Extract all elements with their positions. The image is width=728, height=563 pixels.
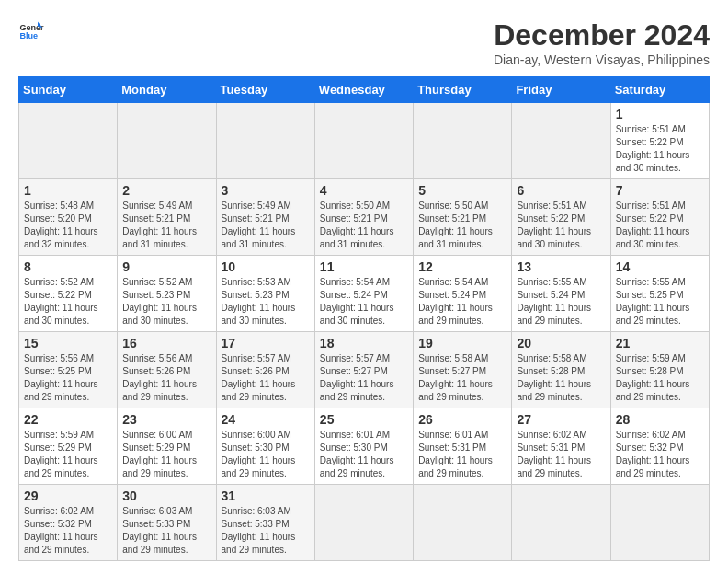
calendar-cell: 30 Sunrise: 6:03 AM Sunset: 5:33 PM Dayl…	[118, 485, 216, 561]
calendar-cell: 12 Sunrise: 5:54 AM Sunset: 5:24 PM Dayl…	[414, 256, 512, 332]
calendar-cell: 11 Sunrise: 5:54 AM Sunset: 5:24 PM Dayl…	[314, 256, 413, 332]
calendar-cell: 4 Sunrise: 5:50 AM Sunset: 5:21 PM Dayli…	[314, 179, 413, 256]
day-info: Sunrise: 6:01 AM Sunset: 5:31 PM Dayligh…	[418, 429, 506, 480]
page-title: December 2024	[494, 18, 710, 52]
day-info: Sunrise: 6:00 AM Sunset: 5:30 PM Dayligh…	[222, 429, 310, 480]
title-area: December 2024 Dian-ay, Western Visayas, …	[494, 18, 710, 67]
header-row: SundayMondayTuesdayWednesdayThursdayFrid…	[19, 77, 710, 103]
calendar-week-3: 8 Sunrise: 5:52 AM Sunset: 5:22 PM Dayli…	[19, 256, 710, 332]
svg-text:General: General	[19, 23, 44, 32]
day-info: Sunrise: 5:58 AM Sunset: 5:27 PM Dayligh…	[418, 352, 506, 404]
day-info: Sunrise: 6:01 AM Sunset: 5:30 PM Dayligh…	[320, 429, 408, 480]
header-day-monday: Monday	[118, 77, 216, 103]
logo: General Blue	[18, 18, 44, 44]
calendar-cell: 8 Sunrise: 5:52 AM Sunset: 5:22 PM Dayli…	[19, 256, 118, 332]
calendar-week-1: 1 Sunrise: 5:51 AM Sunset: 5:22 PM Dayli…	[19, 103, 710, 179]
day-info: Sunrise: 6:02 AM Sunset: 5:31 PM Dayligh…	[517, 429, 605, 480]
calendar-week-2: 1 Sunrise: 5:48 AM Sunset: 5:20 PM Dayli…	[19, 179, 710, 256]
calendar-cell: 7 Sunrise: 5:51 AM Sunset: 5:22 PM Dayli…	[610, 179, 709, 256]
day-info: Sunrise: 5:57 AM Sunset: 5:26 PM Dayligh…	[222, 352, 310, 404]
calendar-cell	[610, 485, 709, 561]
day-info: Sunrise: 5:53 AM Sunset: 5:23 PM Dayligh…	[222, 276, 310, 327]
calendar-cell: 5 Sunrise: 5:50 AM Sunset: 5:21 PM Dayli…	[414, 179, 512, 256]
calendar-cell: 14 Sunrise: 5:55 AM Sunset: 5:25 PM Dayl…	[610, 256, 709, 332]
day-info: Sunrise: 6:02 AM Sunset: 5:32 PM Dayligh…	[24, 505, 112, 557]
calendar-week-6: 29 Sunrise: 6:02 AM Sunset: 5:32 PM Dayl…	[19, 485, 710, 561]
day-info: Sunrise: 5:58 AM Sunset: 5:28 PM Dayligh…	[517, 352, 605, 404]
calendar-cell: 26 Sunrise: 6:01 AM Sunset: 5:31 PM Dayl…	[414, 408, 512, 485]
calendar-cell: 1 Sunrise: 5:51 AM Sunset: 5:22 PM Dayli…	[610, 103, 709, 179]
day-info: Sunrise: 6:03 AM Sunset: 5:33 PM Dayligh…	[122, 505, 210, 557]
day-number: 8	[24, 259, 112, 274]
calendar-week-5: 22 Sunrise: 5:59 AM Sunset: 5:29 PM Dayl…	[19, 408, 710, 485]
calendar-cell	[314, 485, 413, 561]
day-info: Sunrise: 5:52 AM Sunset: 5:23 PM Dayligh…	[122, 276, 210, 327]
day-number: 25	[320, 412, 408, 427]
day-info: Sunrise: 5:51 AM Sunset: 5:22 PM Dayligh…	[616, 123, 704, 175]
day-number: 19	[418, 336, 506, 350]
day-number: 13	[517, 259, 605, 274]
day-number: 7	[616, 183, 704, 198]
day-number: 15	[24, 336, 112, 350]
header-day-tuesday: Tuesday	[216, 77, 314, 103]
day-info: Sunrise: 5:55 AM Sunset: 5:25 PM Dayligh…	[616, 276, 704, 327]
page-subtitle: Dian-ay, Western Visayas, Philippines	[494, 52, 710, 67]
calendar-cell: 27 Sunrise: 6:02 AM Sunset: 5:31 PM Dayl…	[512, 408, 610, 485]
calendar-cell	[414, 485, 512, 561]
day-number: 14	[616, 259, 704, 274]
page-header: General Blue December 2024 Dian-ay, West…	[18, 18, 710, 67]
calendar-cell: 13 Sunrise: 5:55 AM Sunset: 5:24 PM Dayl…	[512, 256, 610, 332]
calendar-cell: 20 Sunrise: 5:58 AM Sunset: 5:28 PM Dayl…	[512, 332, 610, 408]
header-day-sunday: Sunday	[19, 77, 118, 103]
day-info: Sunrise: 5:57 AM Sunset: 5:27 PM Dayligh…	[320, 352, 408, 404]
day-number: 11	[320, 259, 408, 274]
day-info: Sunrise: 5:49 AM Sunset: 5:21 PM Dayligh…	[222, 200, 310, 251]
calendar-cell: 9 Sunrise: 5:52 AM Sunset: 5:23 PM Dayli…	[118, 256, 216, 332]
day-number: 29	[24, 488, 112, 503]
day-info: Sunrise: 5:55 AM Sunset: 5:24 PM Dayligh…	[517, 276, 605, 327]
calendar-week-4: 15 Sunrise: 5:56 AM Sunset: 5:25 PM Dayl…	[19, 332, 710, 408]
day-number: 21	[616, 336, 704, 350]
day-number: 3	[222, 183, 310, 198]
day-number: 23	[122, 412, 210, 427]
day-number: 1	[616, 107, 704, 121]
calendar-cell: 25 Sunrise: 6:01 AM Sunset: 5:30 PM Dayl…	[314, 408, 413, 485]
day-info: Sunrise: 5:50 AM Sunset: 5:21 PM Dayligh…	[320, 200, 408, 251]
day-info: Sunrise: 5:54 AM Sunset: 5:24 PM Dayligh…	[320, 276, 408, 327]
day-info: Sunrise: 6:00 AM Sunset: 5:29 PM Dayligh…	[122, 429, 210, 480]
calendar-table: SundayMondayTuesdayWednesdayThursdayFrid…	[18, 76, 710, 561]
header-day-thursday: Thursday	[414, 77, 512, 103]
day-info: Sunrise: 5:50 AM Sunset: 5:21 PM Dayligh…	[418, 200, 506, 251]
day-info: Sunrise: 5:49 AM Sunset: 5:21 PM Dayligh…	[122, 200, 210, 251]
day-number: 4	[320, 183, 408, 198]
svg-text:Blue: Blue	[19, 31, 38, 40]
calendar-cell: 15 Sunrise: 5:56 AM Sunset: 5:25 PM Dayl…	[19, 332, 118, 408]
day-number: 17	[222, 336, 310, 350]
calendar-cell: 10 Sunrise: 5:53 AM Sunset: 5:23 PM Dayl…	[216, 256, 314, 332]
day-number: 24	[222, 412, 310, 427]
calendar-cell: 6 Sunrise: 5:51 AM Sunset: 5:22 PM Dayli…	[512, 179, 610, 256]
day-info: Sunrise: 5:59 AM Sunset: 5:28 PM Dayligh…	[616, 352, 704, 404]
calendar-cell: 16 Sunrise: 5:56 AM Sunset: 5:26 PM Dayl…	[118, 332, 216, 408]
header-day-wednesday: Wednesday	[314, 77, 413, 103]
calendar-cell: 24 Sunrise: 6:00 AM Sunset: 5:30 PM Dayl…	[216, 408, 314, 485]
calendar-cell: 19 Sunrise: 5:58 AM Sunset: 5:27 PM Dayl…	[414, 332, 512, 408]
header-day-friday: Friday	[512, 77, 610, 103]
calendar-cell: 21 Sunrise: 5:59 AM Sunset: 5:28 PM Dayl…	[610, 332, 709, 408]
day-info: Sunrise: 6:02 AM Sunset: 5:32 PM Dayligh…	[616, 429, 704, 480]
calendar-cell	[414, 103, 512, 179]
day-number: 6	[517, 183, 605, 198]
day-info: Sunrise: 5:59 AM Sunset: 5:29 PM Dayligh…	[24, 429, 112, 480]
day-number: 22	[24, 412, 112, 427]
calendar-cell	[314, 103, 413, 179]
calendar-cell: 3 Sunrise: 5:49 AM Sunset: 5:21 PM Dayli…	[216, 179, 314, 256]
day-number: 12	[418, 259, 506, 274]
calendar-cell	[512, 103, 610, 179]
day-number: 30	[122, 488, 210, 503]
calendar-cell	[19, 103, 118, 179]
day-info: Sunrise: 5:56 AM Sunset: 5:26 PM Dayligh…	[122, 352, 210, 404]
day-info: Sunrise: 5:54 AM Sunset: 5:24 PM Dayligh…	[418, 276, 506, 327]
calendar-cell: 22 Sunrise: 5:59 AM Sunset: 5:29 PM Dayl…	[19, 408, 118, 485]
calendar-cell: 1 Sunrise: 5:48 AM Sunset: 5:20 PM Dayli…	[19, 179, 118, 256]
calendar-cell	[512, 485, 610, 561]
